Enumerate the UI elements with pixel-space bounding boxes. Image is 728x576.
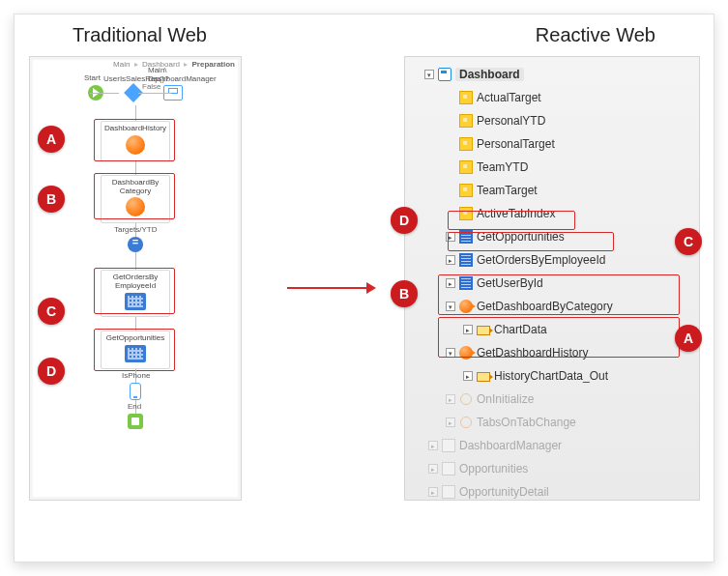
client-action-icon bbox=[460, 393, 472, 405]
tree-item[interactable]: GetOrdersByEmployeeId bbox=[477, 253, 605, 267]
flow-label: Start bbox=[84, 73, 101, 82]
client-action-icon bbox=[460, 417, 472, 428]
diagram-canvas: Traditional Web Reactive Web Main ▸ Dash… bbox=[0, 0, 728, 576]
expander-icon[interactable] bbox=[428, 464, 438, 474]
expander-icon[interactable] bbox=[424, 70, 434, 79]
expander-icon[interactable] bbox=[428, 487, 438, 497]
tree-item[interactable]: GetOpportunities bbox=[477, 230, 565, 244]
tree-item[interactable]: ActiveTabIndex bbox=[477, 207, 555, 220]
tree-item[interactable]: HistoryChartData_Out bbox=[494, 369, 608, 383]
block-icon bbox=[442, 462, 455, 475]
badge-a: A bbox=[38, 126, 65, 153]
tree-item[interactable]: TeamTarget bbox=[477, 184, 538, 197]
aggregate-icon bbox=[459, 276, 473, 290]
tree-item[interactable]: Opportunities bbox=[459, 462, 528, 475]
tree-item[interactable]: PersonalYTD bbox=[477, 114, 545, 128]
reactive-panel: Dashboard ActualTarget PersonalYTD Perso… bbox=[404, 56, 713, 520]
tree-item[interactable]: TeamYTD bbox=[477, 160, 528, 174]
tree-item[interactable]: GetDashboardHistory bbox=[477, 346, 588, 360]
badge-d: D bbox=[391, 207, 418, 234]
phone-node-icon bbox=[130, 383, 141, 400]
data-action-icon bbox=[459, 346, 473, 360]
expander-icon[interactable] bbox=[446, 255, 455, 265]
screen-icon bbox=[438, 68, 451, 81]
tree-item[interactable]: DashboardManager bbox=[459, 439, 562, 452]
tree-item[interactable]: TabsOnTabChange bbox=[477, 416, 576, 429]
variable-icon bbox=[459, 137, 473, 151]
badge-b: B bbox=[391, 280, 418, 307]
expander-icon[interactable] bbox=[446, 278, 455, 288]
tree-item[interactable]: GetDashboardByCategory bbox=[477, 300, 613, 313]
badge-c: C bbox=[675, 228, 702, 255]
badge-d: D bbox=[38, 358, 65, 385]
tree-item[interactable]: GetUserById bbox=[477, 276, 543, 290]
output-icon bbox=[477, 326, 490, 335]
variable-icon bbox=[459, 114, 473, 128]
expander-icon[interactable] bbox=[446, 232, 455, 242]
expander-icon[interactable] bbox=[446, 418, 455, 427]
tree-item[interactable]: OpportunityDetail bbox=[459, 485, 549, 499]
tree-root[interactable]: Dashboard bbox=[455, 68, 524, 81]
output-icon bbox=[477, 372, 490, 382]
aggregate-icon bbox=[459, 253, 473, 267]
block-icon bbox=[442, 439, 455, 452]
variable-icon bbox=[459, 91, 473, 104]
transform-arrow-icon bbox=[287, 287, 374, 289]
flow-editor: Main ▸ Dashboard ▸ Preparation Start bbox=[29, 56, 242, 501]
assign-node bbox=[128, 237, 143, 252]
expander-icon[interactable] bbox=[446, 348, 455, 358]
tree-item[interactable]: OnInitialize bbox=[477, 392, 534, 406]
title-right: Reactive Web bbox=[536, 24, 655, 46]
expander-icon[interactable] bbox=[463, 325, 473, 334]
variable-icon bbox=[459, 184, 473, 197]
flow-label: End bbox=[128, 402, 141, 411]
title-left: Traditional Web bbox=[73, 24, 207, 46]
expander-icon[interactable] bbox=[463, 371, 473, 381]
card-frame: Traditional Web Reactive Web Main ▸ Dash… bbox=[14, 14, 714, 562]
badge-a: A bbox=[675, 325, 702, 352]
tree-item[interactable]: ChartData bbox=[494, 323, 547, 336]
expander-icon[interactable] bbox=[446, 302, 455, 311]
flow-label: Targets/YTD bbox=[114, 225, 157, 234]
block-icon bbox=[442, 485, 455, 499]
traditional-panel: Main ▸ Dashboard ▸ Preparation Start bbox=[15, 56, 256, 520]
flow-label: Main\ bbox=[148, 66, 167, 74]
tree-item[interactable]: ActualTarget bbox=[477, 91, 541, 104]
variable-icon bbox=[459, 207, 473, 220]
false-branch-label: False bbox=[142, 82, 161, 91]
end-node bbox=[128, 414, 143, 429]
element-tree: Dashboard ActualTarget PersonalYTD Perso… bbox=[404, 56, 700, 501]
variable-icon bbox=[459, 160, 473, 174]
tree-item[interactable]: PersonalTarget bbox=[477, 137, 555, 151]
badge-c: C bbox=[38, 298, 65, 325]
flow-label: IsPhone bbox=[122, 371, 150, 380]
data-action-icon bbox=[459, 300, 473, 313]
badge-b: B bbox=[38, 186, 65, 213]
expander-icon[interactable] bbox=[446, 394, 455, 404]
aggregate-icon bbox=[459, 230, 473, 244]
expander-icon[interactable] bbox=[428, 441, 438, 450]
breadcrumb-item[interactable]: Main bbox=[113, 60, 130, 69]
